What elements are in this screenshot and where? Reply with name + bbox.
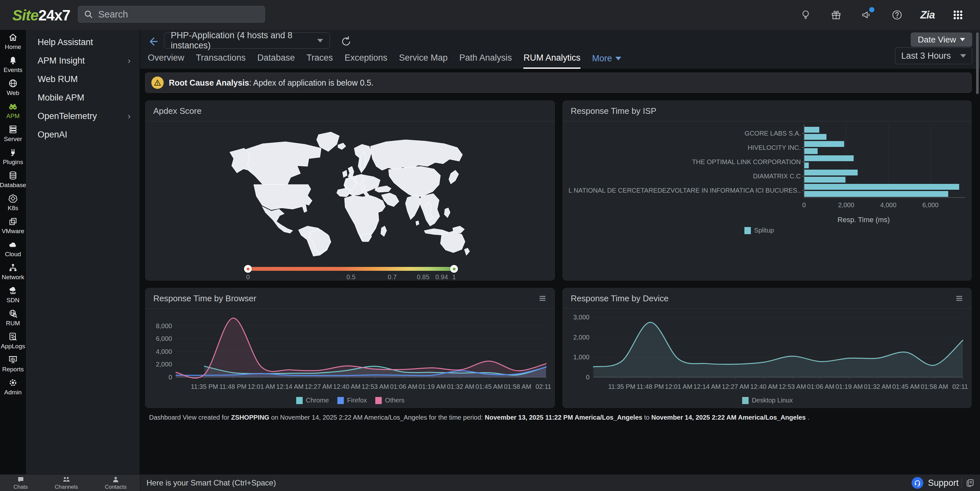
submenu-help-assistant[interactable]: Help Assistant bbox=[26, 33, 140, 51]
support-button[interactable]: Support bbox=[912, 475, 959, 491]
chart-menu-button[interactable] bbox=[538, 294, 547, 303]
submenu-mobile-apm[interactable]: Mobile APM bbox=[26, 89, 140, 107]
alert-text: Root Cause Analysis: Apdex of applicatio… bbox=[169, 78, 373, 88]
application-selector[interactable]: PHP-Application (4 hosts and 8 instances… bbox=[164, 32, 330, 49]
hamburger-icon bbox=[955, 294, 964, 303]
sidebar-item-k8s[interactable]: K8s bbox=[0, 191, 26, 214]
channels-button[interactable]: Channels bbox=[55, 476, 78, 490]
chat-shortcuts: Chats Channels Contacts bbox=[0, 475, 140, 491]
legend-label: Firefox bbox=[347, 397, 367, 404]
svg-text:2,000: 2,000 bbox=[573, 334, 590, 341]
legend-item-splitup[interactable]: Splitup bbox=[745, 227, 774, 234]
legend-item-firefox[interactable]: Firefox bbox=[337, 397, 367, 404]
isp-legend: Splitup bbox=[745, 227, 774, 234]
submenu-openai[interactable]: OpenAI bbox=[26, 126, 140, 144]
tab-more[interactable]: More bbox=[592, 54, 621, 64]
bb-label: Contacts bbox=[105, 484, 126, 490]
tab-overview[interactable]: Overview bbox=[148, 48, 185, 69]
back-button[interactable] bbox=[146, 34, 160, 49]
sidebar-item-reports[interactable]: Reports bbox=[0, 352, 26, 375]
svg-text:12:27 AM: 12:27 AM bbox=[305, 383, 332, 390]
legend-swatch bbox=[742, 397, 749, 404]
zia-icon[interactable]: Zia bbox=[920, 8, 935, 22]
submenu-label: Mobile APM bbox=[38, 93, 84, 103]
chart-menu-button[interactable] bbox=[955, 294, 964, 303]
submenu-label: OpenTelemetry bbox=[38, 111, 97, 121]
sidebar-item-applogs[interactable]: AppLogs bbox=[0, 329, 26, 352]
submenu-label: Web RUM bbox=[38, 74, 78, 84]
hamburger-icon bbox=[538, 294, 547, 303]
submenu-apm-insight[interactable]: APM Insight› bbox=[26, 51, 140, 70]
sidebar-item-rum[interactable]: RUM bbox=[0, 306, 26, 329]
sidebar-item-label: Home bbox=[5, 43, 21, 51]
footnote-text: . bbox=[806, 414, 809, 421]
country-japan bbox=[449, 170, 458, 184]
sidebar-item-sdn[interactable]: SDN bbox=[0, 283, 26, 306]
sidebar-item-server[interactable]: Server bbox=[0, 122, 26, 145]
whats-new-gift-icon[interactable] bbox=[829, 8, 843, 22]
date-view-button[interactable]: Date View bbox=[911, 32, 972, 47]
tab-rum-analytics[interactable]: RUM Analytics bbox=[523, 48, 581, 69]
search-input[interactable] bbox=[97, 9, 259, 20]
tab-database[interactable]: Database bbox=[257, 48, 295, 69]
tab-service-map[interactable]: Service Map bbox=[399, 48, 447, 69]
legend-item-chrome[interactable]: Chrome bbox=[296, 397, 329, 404]
browser-line-chart[interactable]: 02,0004,0006,0008,00011:35 PM11:48 PM12:… bbox=[149, 310, 552, 394]
legend-item-desktop-linux[interactable]: Desktop Linux bbox=[742, 397, 793, 404]
tab-transactions[interactable]: Transactions bbox=[196, 48, 246, 69]
sidebar-item-label: Admin bbox=[4, 389, 22, 396]
sidebar-item-label: Web bbox=[7, 89, 19, 97]
refresh-button[interactable] bbox=[340, 35, 353, 48]
device-line-chart[interactable]: 01,0002,0003,00011:35 PM11:48 PM12:01 AM… bbox=[566, 310, 969, 394]
copy-stack-icon[interactable] bbox=[965, 478, 975, 489]
sidebar-item-admin[interactable]: Admin bbox=[0, 375, 26, 398]
sidebar-item-events[interactable]: Events bbox=[0, 53, 26, 76]
insights-bulb-icon[interactable] bbox=[799, 8, 813, 22]
contacts-button[interactable]: Contacts bbox=[105, 476, 126, 490]
time-range-select[interactable]: Last 3 Hours bbox=[895, 47, 972, 64]
resp-time-device-panel: Response Time by Device 01,0002,0003,000… bbox=[563, 288, 972, 408]
root-cause-alert[interactable]: Root Cause Analysis: Apdex of applicatio… bbox=[145, 73, 972, 93]
apps-grid-icon[interactable] bbox=[951, 8, 965, 22]
sidebar-item-network[interactable]: Network bbox=[0, 260, 26, 283]
isp-bar-chart[interactable]: 02,0004,0006,000GCORE LABS S.A.HIVELOCIT… bbox=[568, 122, 967, 233]
sidebar-item-web[interactable]: Web bbox=[0, 76, 26, 99]
submenu-web-rum[interactable]: Web RUM bbox=[26, 70, 140, 89]
svg-text:6,000: 6,000 bbox=[156, 335, 172, 342]
sidebar-item-home[interactable]: Home bbox=[0, 30, 26, 53]
country-india bbox=[406, 195, 421, 220]
tab-path-analysis[interactable]: Path Analysis bbox=[459, 48, 512, 69]
apm-submenu: Help Assistant APM Insight› Web RUM Mobi… bbox=[26, 30, 140, 474]
headset-icon bbox=[912, 477, 923, 489]
sidebar-item-vmware[interactable]: VMware bbox=[0, 214, 26, 237]
apdex-scale-handle-min[interactable] bbox=[244, 265, 252, 273]
chats-button[interactable]: Chats bbox=[13, 476, 27, 490]
smart-chat-bar[interactable]: Here is your Smart Chat (Ctrl+Space) bbox=[146, 475, 276, 491]
cloud-icon bbox=[8, 240, 18, 249]
footnote-text: to bbox=[642, 414, 651, 421]
legend-label: Others bbox=[385, 397, 404, 404]
tab-traces[interactable]: Traces bbox=[307, 48, 333, 69]
global-search[interactable] bbox=[78, 6, 265, 23]
site24x7-logo[interactable]: Site24x7 bbox=[12, 6, 70, 24]
sidebar-item-label: RUM bbox=[6, 320, 20, 327]
help-icon[interactable] bbox=[890, 8, 904, 22]
apdex-world-map[interactable] bbox=[224, 128, 470, 257]
sidebar-item-cloud[interactable]: Cloud bbox=[0, 237, 26, 260]
sidebar-item-plugins[interactable]: Plugins bbox=[0, 145, 26, 168]
logo-site: Site bbox=[12, 7, 38, 24]
sidebar-item-apm[interactable]: APM bbox=[0, 99, 26, 122]
scrollbar[interactable] bbox=[976, 32, 979, 94]
legend-item-others[interactable]: Others bbox=[375, 397, 404, 404]
svg-text:GCORE LABS S.A.: GCORE LABS S.A. bbox=[745, 130, 801, 137]
country-ireland bbox=[342, 170, 347, 177]
submenu-opentelemetry[interactable]: OpenTelemetry› bbox=[26, 107, 140, 126]
tab-exceptions[interactable]: Exceptions bbox=[345, 48, 387, 69]
panel-header: Response Time by ISP bbox=[563, 101, 971, 121]
announcements-icon[interactable] bbox=[859, 8, 874, 22]
sdn-icon bbox=[8, 286, 18, 295]
sidebar-item-label: Plugins bbox=[3, 159, 23, 166]
sidebar-item-database[interactable]: Database bbox=[0, 168, 26, 191]
person-icon bbox=[112, 476, 119, 483]
apdex-scale-handle-max[interactable] bbox=[450, 265, 458, 273]
